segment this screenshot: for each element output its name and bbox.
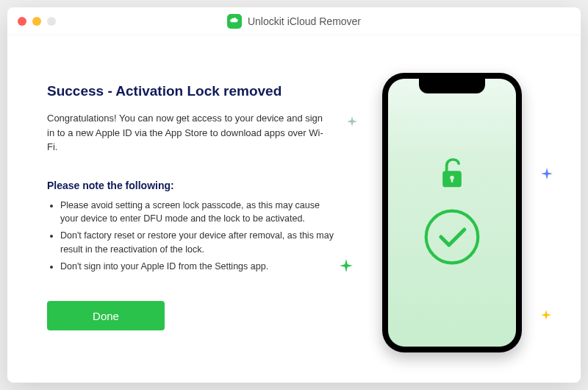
app-window: Unlockit iCloud Remover Success - Activa…	[7, 7, 581, 383]
sparkle-decoration	[541, 168, 553, 180]
window-title: Unlockit iCloud Remover	[248, 15, 361, 27]
left-panel: Success - Activation Lock removed Congra…	[47, 65, 345, 361]
sparkle-decoration	[340, 259, 353, 272]
phone-screen	[388, 79, 516, 347]
sparkle-decoration	[541, 310, 551, 320]
note-item: Don't factory reset or restore your devi…	[60, 229, 340, 257]
phone-illustration	[382, 73, 522, 352]
notes-heading: Please note the following:	[47, 180, 345, 191]
svg-rect-2	[451, 178, 453, 182]
notes-list: Please avoid setting a screen lock passc…	[60, 199, 340, 274]
phone-notch	[419, 79, 485, 93]
minimize-button[interactable]	[32, 17, 41, 26]
window-controls	[18, 17, 56, 26]
success-description: Congratulations! You can now get access …	[47, 111, 326, 155]
svg-point-3	[426, 211, 478, 263]
content-area: Success - Activation Lock removed Congra…	[7, 35, 581, 383]
note-item: Please avoid setting a screen lock passc…	[60, 199, 340, 227]
close-button[interactable]	[18, 17, 26, 26]
title-container: Unlockit iCloud Remover	[227, 14, 361, 29]
sparkle-decoration	[347, 116, 357, 127]
illustration-panel	[360, 65, 544, 361]
app-icon	[227, 14, 242, 29]
note-item: Don't sign into your Apple ID from the S…	[60, 260, 340, 274]
success-heading: Success - Activation Lock removed	[47, 83, 345, 99]
maximize-button[interactable]	[47, 17, 56, 26]
done-button[interactable]: Done	[47, 301, 165, 330]
unlock-icon	[438, 157, 466, 190]
titlebar: Unlockit iCloud Remover	[7, 7, 581, 35]
checkmark-circle-icon	[421, 206, 483, 268]
